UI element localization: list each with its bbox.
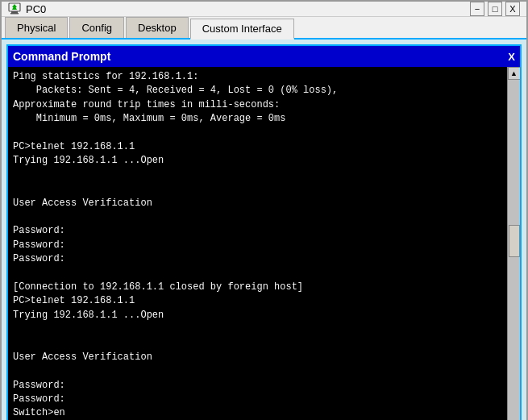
scrollbar[interactable]: ▲ ▼ [507, 67, 520, 420]
tab-physical[interactable]: Physical [5, 17, 68, 38]
cmd-window: Command Prompt X Ping statistics for 192… [6, 44, 522, 420]
scrollbar-thumb[interactable] [509, 225, 520, 257]
main-content: Command Prompt X Ping statistics for 192… [2, 40, 526, 420]
maximize-button[interactable]: □ [488, 2, 502, 16]
tab-custom-interface[interactable]: Custom Interface [190, 19, 294, 40]
svg-rect-2 [10, 13, 19, 15]
tab-desktop[interactable]: Desktop [126, 17, 189, 38]
title-bar-left: PC0 [8, 2, 46, 15]
tab-config[interactable]: Config [69, 17, 124, 38]
tab-bar: Physical Config Desktop Custom Interface [2, 17, 526, 40]
title-bar-controls: − □ X [470, 2, 520, 16]
cmd-body: Ping statistics for 192.168.1.1: Packets… [8, 67, 520, 420]
scrollbar-track[interactable] [508, 80, 520, 420]
close-button[interactable]: X [505, 2, 520, 16]
main-window: PC0 − □ X Physical Config Desktop Custom… [0, 0, 528, 420]
terminal-output[interactable]: Ping statistics for 192.168.1.1: Packets… [8, 67, 507, 420]
svg-marker-3 [12, 4, 17, 10]
svg-rect-1 [11, 11, 18, 13]
cmd-title-bar: Command Prompt X [8, 46, 520, 67]
scrollbar-up-button[interactable]: ▲ [508, 67, 521, 80]
window-title: PC0 [26, 3, 46, 15]
title-bar: PC0 − □ X [2, 2, 526, 17]
cmd-title: Command Prompt [13, 50, 110, 63]
minimize-button[interactable]: − [470, 2, 484, 16]
pc-icon [8, 2, 21, 15]
cmd-close-button[interactable]: X [508, 51, 515, 63]
